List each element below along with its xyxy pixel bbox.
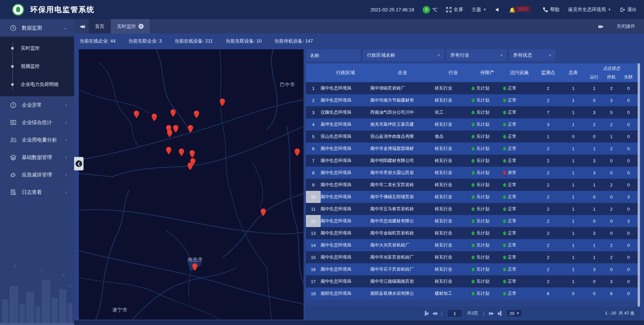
table-row[interactable]: 14阆中生态环境局阆中大兴页岩机砖厂砖瓦行业无计划正常21120 xyxy=(306,239,640,251)
map-marker-pin[interactable] xyxy=(170,109,176,117)
cell-stopped: 2 xyxy=(603,82,620,94)
chevron-down-icon: ∨ xyxy=(495,53,503,57)
table-row[interactable]: 15阆中生态环境局阆中市光富页岩机砖厂砖瓦行业无计划正常21120 xyxy=(306,251,640,263)
sidebar-item-5[interactable]: 基础数据管理‹ xyxy=(0,149,74,166)
status-dot xyxy=(503,87,506,90)
sidebar-subitem[interactable]: 实时监控 xyxy=(0,39,74,57)
sidebar-item-4[interactable]: 企业用电量分析‹ xyxy=(0,131,74,149)
sidebar-item-label: 企业异常 xyxy=(22,102,42,108)
table-row[interactable]: 2阆中生态环境局阆中市南方节能建材有砖瓦行业无计划正常21030 xyxy=(306,94,640,106)
map-marker-pin[interactable] xyxy=(187,125,194,133)
table-row[interactable]: 5营山生态环境局营山县润丰肉食品有限食品无计划正常10010 xyxy=(306,130,640,143)
prev-page-button[interactable]: ◀◀ xyxy=(432,311,436,316)
help-button[interactable]: 帮助 xyxy=(543,7,559,13)
table-row[interactable]: 8阆中生态环境局阆中市枣碧大梁山页岩砖瓦行业无计划异常21300 xyxy=(306,167,640,179)
table-row[interactable]: 3仪陇生态环境局西南油气田分公司川中化工无计划正常71350 xyxy=(306,106,640,118)
org-dropdown[interactable]: 南充市生态环境局 ▼ xyxy=(568,7,611,13)
row-number: 4 xyxy=(306,118,321,130)
close-icon[interactable]: ✕ xyxy=(139,24,144,29)
table-row[interactable]: 1阆中生态环境局阆中强锐页岩砖厂砖瓦行业无计划正常21120 xyxy=(306,82,640,94)
map-marker-pin[interactable] xyxy=(260,208,266,216)
map-marker-pin[interactable] xyxy=(166,147,172,155)
page-number-input[interactable] xyxy=(447,309,463,317)
map-canvas[interactable]: 巴中市南充市遂宁市 xyxy=(79,49,304,320)
sidebar-item-6[interactable]: 应急减排管理‹ xyxy=(0,166,74,183)
map-marker-pin[interactable] xyxy=(192,263,198,271)
tab-realtime-monitor[interactable]: 实时监控 ✕ xyxy=(111,19,150,34)
cell-monitor-points: 2 xyxy=(535,82,561,94)
map-marker-pin[interactable] xyxy=(178,148,184,156)
name-search-input[interactable] xyxy=(306,49,361,61)
cell-monitor-points: 2 xyxy=(535,191,561,203)
tabs-scroll-right-icon[interactable]: ▶▶ xyxy=(598,24,602,29)
stat-value: 211 xyxy=(205,38,213,44)
close-operations-button[interactable]: 关闭操作 xyxy=(616,23,635,30)
sidebar-subitem[interactable]: 企业电力负荷明细 xyxy=(0,75,74,94)
table-row[interactable]: 13阆中生态环境局阆中市金福旺页岩机砖砖瓦行业无计划正常21300 xyxy=(306,227,640,239)
table-row[interactable]: 10阆中生态环境局阆中千佛镇五郎垭页岩砖瓦行业无计划正常21003 xyxy=(306,191,640,203)
map-marker-pin[interactable] xyxy=(151,113,157,121)
map-marker-pin[interactable] xyxy=(187,162,193,170)
cell-facility-status: 正常 xyxy=(503,203,535,215)
col-header-facility: 治污设施 xyxy=(503,63,535,82)
stat-item: 当前在线企业:44 xyxy=(79,38,115,44)
first-page-button[interactable]: ▐◀ xyxy=(424,311,428,316)
notifications-button[interactable]: 🔔 2632 xyxy=(509,6,534,14)
cell-region: 阆中生态环境局 xyxy=(321,191,370,203)
map-marker-pin[interactable] xyxy=(133,110,140,118)
cell-region: 阆中生态环境局 xyxy=(321,82,370,94)
sidebar-item-1[interactable]: 数据监测⌄ xyxy=(0,19,74,37)
theme-dropdown[interactable]: 主题 ▼ xyxy=(472,7,486,13)
map-marker-pin[interactable] xyxy=(194,110,200,118)
fullscreen-button[interactable]: 全屏 xyxy=(446,7,463,13)
row-number: 17 xyxy=(306,275,321,287)
table-row[interactable]: 6阆中生态环境局阆中市金博瑞新型墙材砖瓦行业无计划正常21120 xyxy=(306,143,640,155)
table-row[interactable]: 18南部生态环境局南部县双佛水泥有限公建材加工无计划正常60060 xyxy=(306,287,640,300)
industry-select[interactable]: 所有行业 ∨ xyxy=(446,49,507,61)
table-row[interactable]: 16阆中生态环境局阆中市石子页岩机砖厂砖瓦行业无计划正常21300 xyxy=(306,263,640,275)
table-row[interactable]: 11阆中生态环境局阆中市五马桥页岩机砖砖瓦行业无计划正常21120 xyxy=(306,203,640,215)
sound-toggle[interactable] xyxy=(495,7,500,12)
tab-home[interactable]: 首页 xyxy=(89,19,110,34)
row-number: 6 xyxy=(306,143,321,155)
table-row[interactable]: 4高坪生态环境局南充市高坪区王家店建砖瓦行业无计划正常31220 xyxy=(306,118,640,130)
cell-monitor-points: 2 xyxy=(535,179,561,191)
cell-monitor-points: 2 xyxy=(535,251,561,263)
status-dot xyxy=(503,135,506,139)
logout-button[interactable]: 退出 xyxy=(620,7,637,13)
table-scrollbar[interactable] xyxy=(638,63,640,307)
cell-running: 0 xyxy=(586,215,603,227)
tabs-scroll-left-icon[interactable]: ◀◀ xyxy=(74,19,89,34)
sidebar-item-2[interactable]: 企业异常‹ xyxy=(0,96,74,114)
map-marker-pin[interactable] xyxy=(294,148,300,156)
chevron-down-icon: ⌄ xyxy=(63,25,67,30)
table-row[interactable]: 17阆中生态环境局阆中市江南镇阆南页岩砖瓦行业无计划正常21030 xyxy=(306,275,640,287)
cell-stop-status: 无计划 xyxy=(472,143,503,155)
map-marker-pin[interactable] xyxy=(219,98,225,106)
region-select[interactable]: 行政区域名称 ∨ xyxy=(363,49,444,61)
status-select[interactable]: 所有状态 ∨ xyxy=(509,49,555,61)
map-marker-pin[interactable] xyxy=(167,129,173,138)
status-dot xyxy=(472,207,475,211)
sidebar-item-7[interactable]: 日志查看‹ xyxy=(0,183,74,201)
cell-facility-status: 正常 xyxy=(503,275,535,287)
cell-total-meters: 1 xyxy=(561,275,586,287)
cell-lost: 0 xyxy=(620,275,637,287)
map-marker-pin[interactable] xyxy=(173,125,179,133)
sidebar-subitem[interactable]: 视频监控 xyxy=(0,57,74,75)
cell-lost: 0 xyxy=(620,106,637,118)
status-dot xyxy=(472,159,475,163)
cell-industry: 砖瓦行业 xyxy=(435,82,472,94)
cell-monitor-points: 2 xyxy=(535,155,561,167)
sidebar-collapse-handle[interactable]: ❮ xyxy=(74,157,84,170)
next-page-button[interactable]: ▶▶ xyxy=(489,311,493,316)
table-row[interactable]: 7阆中生态环境局阆中明阳建材有限公司砖瓦行业无计划正常21300 xyxy=(306,155,640,167)
chevron-down-icon: ∨ xyxy=(433,53,440,57)
map-marker-pin[interactable] xyxy=(189,150,195,158)
status-dot xyxy=(503,268,506,271)
last-page-button[interactable]: ▶▌ xyxy=(498,311,502,316)
page-size-select[interactable]: 20 ▼ xyxy=(506,309,522,317)
sidebar-item-3[interactable]: 企业综合统计‹ xyxy=(0,114,74,131)
table-row[interactable]: 12阆中生态环境局阆中市忠信建材有限公砖瓦行业无计划正常21003 xyxy=(306,215,640,227)
table-row[interactable]: 9阆中生态环境局阆中市二龙长宝页岩砖砖瓦行业无计划正常21120 xyxy=(306,179,640,191)
